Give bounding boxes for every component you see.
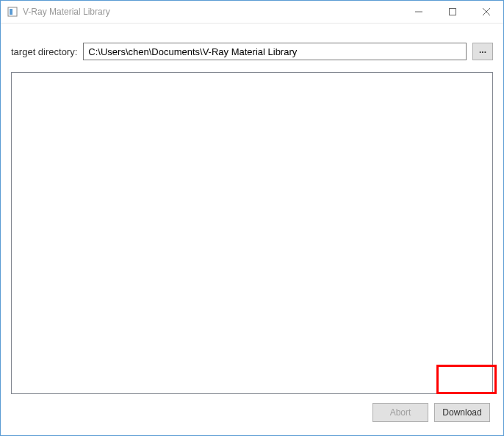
svg-rect-1 (10, 9, 12, 15)
svg-rect-3 (450, 9, 456, 15)
log-panel (11, 72, 493, 394)
window-title: V-Ray Material Library (23, 7, 402, 17)
browse-button[interactable]: ... (472, 43, 493, 60)
action-buttons: Abort Download (11, 403, 493, 422)
target-directory-row: target directory: ... (11, 43, 493, 60)
minimize-button[interactable] (402, 1, 436, 23)
target-directory-input[interactable] (83, 43, 467, 60)
target-directory-label: target directory: (11, 46, 77, 57)
content-area: target directory: ... Abort Download (1, 24, 503, 435)
app-window: V-Ray Material Library target directory:… (0, 0, 504, 436)
app-icon (7, 6, 18, 18)
download-button[interactable]: Download (434, 403, 490, 422)
close-button[interactable] (469, 1, 503, 23)
abort-button: Abort (372, 403, 428, 422)
window-controls (402, 1, 503, 23)
maximize-button[interactable] (436, 1, 469, 23)
titlebar: V-Ray Material Library (1, 1, 503, 24)
